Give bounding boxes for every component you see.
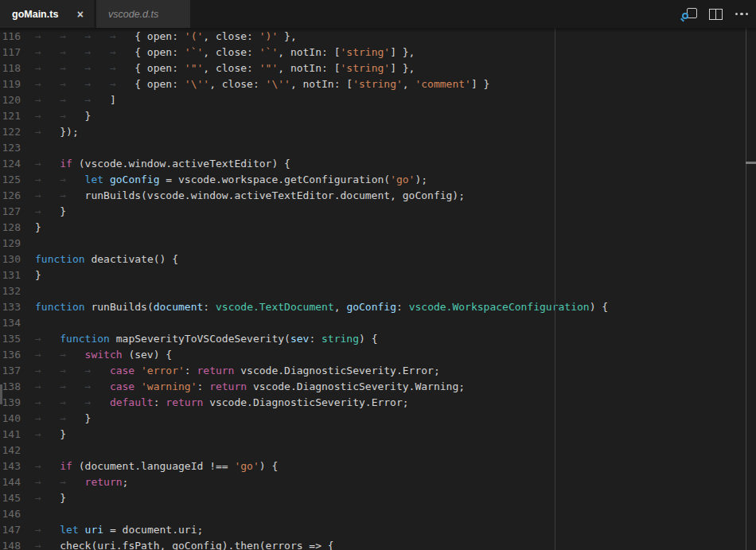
code-text: →→→]	[35, 92, 116, 108]
tab-whitespace-arrow-icon: →	[85, 363, 110, 379]
code-line[interactable]: 116→→→→{ open: '(', close: ')' },	[0, 29, 756, 45]
tab-whitespace-arrow-icon: →	[35, 458, 60, 474]
code-line[interactable]: 135→function mapSeverityToVSCodeSeverity…	[0, 331, 756, 347]
line-number[interactable]: 125	[0, 172, 35, 188]
code-line[interactable]: 129	[0, 236, 756, 252]
line-number[interactable]: 147	[0, 522, 35, 538]
tab-whitespace-arrow-icon: →	[60, 60, 84, 76]
tab-whitespace-arrow-icon: →	[35, 347, 60, 363]
code-line[interactable]: 125→→let goConfig = vscode.workspace.get…	[0, 172, 756, 188]
line-number[interactable]: 140	[0, 411, 35, 427]
code-text: →if (vscode.window.activeTextEditor) {	[35, 156, 290, 172]
tab-whitespace-arrow-icon: →	[35, 331, 60, 347]
line-number[interactable]: 126	[0, 188, 35, 204]
code-line[interactable]: 145→}	[0, 490, 756, 506]
code-area[interactable]: 116→→→→{ open: '(', close: ')' },117→→→→…	[0, 29, 756, 550]
line-number[interactable]: 123	[0, 140, 35, 156]
line-number[interactable]: 127	[0, 204, 35, 220]
line-number[interactable]: 120	[0, 92, 35, 108]
line-number[interactable]: 116	[0, 29, 35, 45]
tab-whitespace-arrow-icon: →	[110, 76, 134, 92]
line-number[interactable]: 146	[0, 506, 35, 522]
code-text: →→→case 'warning': return vscode.Diagnos…	[35, 379, 465, 395]
code-line[interactable]: 122→});	[0, 124, 756, 140]
code-text: →→runBuilds(vscode.window.activeTextEdit…	[35, 188, 465, 204]
tab-gomain-ts[interactable]: goMain.ts ×	[0, 0, 94, 28]
code-line[interactable]: 141→}	[0, 427, 756, 443]
line-number[interactable]: 119	[0, 76, 35, 92]
line-number[interactable]: 137	[0, 363, 35, 379]
code-line[interactable]: 130function deactivate() {	[0, 252, 756, 267]
tab-whitespace-arrow-icon: →	[60, 395, 84, 411]
line-number[interactable]: 134	[0, 315, 35, 331]
line-number[interactable]: 139	[0, 395, 35, 411]
preview-search-icon[interactable]	[680, 6, 698, 22]
code-line[interactable]: 126→→runBuilds(vscode.window.activeTextE…	[0, 188, 756, 204]
line-number[interactable]: 130	[0, 252, 35, 267]
scrollbar-track-edge[interactable]	[746, 28, 746, 550]
tab-whitespace-arrow-icon: →	[35, 29, 60, 45]
line-number[interactable]: 128	[0, 220, 35, 236]
tab-whitespace-arrow-icon: →	[35, 92, 60, 108]
code-text: →→→default: return vscode.DiagnosticSeve…	[35, 395, 409, 411]
code-line[interactable]: 138→→→case 'warning': return vscode.Diag…	[0, 379, 756, 395]
code-line[interactable]: 117→→→→{ open: '`', close: '`', notIn: […	[0, 45, 756, 60]
line-number[interactable]: 144	[0, 474, 35, 490]
tab-vscode-d-ts[interactable]: vscode.d.ts	[96, 0, 190, 28]
tab-whitespace-arrow-icon: →	[35, 522, 60, 538]
tab-whitespace-arrow-icon: →	[60, 347, 84, 363]
code-line[interactable]: 140→→}	[0, 411, 756, 427]
line-number[interactable]: 117	[0, 45, 35, 60]
line-number[interactable]: 136	[0, 347, 35, 363]
line-number[interactable]: 129	[0, 236, 35, 252]
line-number[interactable]: 132	[0, 283, 35, 299]
line-number[interactable]: 124	[0, 156, 35, 172]
line-number[interactable]: 122	[0, 124, 35, 140]
code-line[interactable]: 118→→→→{ open: '"', close: '"', notIn: […	[0, 60, 756, 76]
code-text: →let uri = document.uri;	[35, 522, 203, 538]
code-text: →function mapSeverityToVSCodeSeverity(se…	[35, 331, 378, 347]
line-number[interactable]: 138	[0, 379, 35, 395]
line-number[interactable]: 148	[0, 538, 35, 550]
code-line[interactable]: 131}	[0, 267, 756, 283]
tab-whitespace-arrow-icon: →	[60, 379, 84, 395]
code-line[interactable]: 123	[0, 140, 756, 156]
tab-whitespace-arrow-icon: →	[85, 45, 110, 60]
code-line[interactable]: 133function runBuilds(document: vscode.T…	[0, 299, 756, 315]
more-actions-icon[interactable]	[734, 10, 750, 19]
code-line[interactable]: 124→if (vscode.window.activeTextEditor) …	[0, 156, 756, 172]
code-line[interactable]: 147→let uri = document.uri;	[0, 522, 756, 538]
code-line[interactable]: 121→→}	[0, 108, 756, 124]
line-number[interactable]: 118	[0, 60, 35, 76]
code-line[interactable]: 134	[0, 315, 756, 331]
line-number[interactable]: 142	[0, 443, 35, 458]
code-line[interactable]: 148→check(uri.fsPath, goConfig).then(err…	[0, 538, 756, 550]
code-editor[interactable]: 116→→→→{ open: '(', close: ')' },117→→→→…	[0, 28, 756, 550]
code-line[interactable]: 139→→→default: return vscode.DiagnosticS…	[0, 395, 756, 411]
code-line[interactable]: 143→if (document.languageId !== 'go') {	[0, 458, 756, 474]
code-line[interactable]: 136→→switch (sev) {	[0, 347, 756, 363]
code-line[interactable]: 128}	[0, 220, 756, 236]
code-line[interactable]: 120→→→]	[0, 92, 756, 108]
code-line[interactable]: 146	[0, 506, 756, 522]
line-number[interactable]: 131	[0, 267, 35, 283]
split-editor-icon[interactable]	[709, 9, 723, 20]
line-number[interactable]: 143	[0, 458, 35, 474]
line-number[interactable]: 145	[0, 490, 35, 506]
line-number[interactable]: 135	[0, 331, 35, 347]
code-line[interactable]: 119→→→→{ open: '\'', close: '\'', notIn:…	[0, 76, 756, 92]
code-text: →→switch (sev) {	[35, 347, 172, 363]
code-line[interactable]: 132	[0, 283, 756, 299]
code-line[interactable]: 137→→→case 'error': return vscode.Diagno…	[0, 363, 756, 379]
tab-whitespace-arrow-icon: →	[110, 45, 134, 60]
line-number[interactable]: 121	[0, 108, 35, 124]
code-line[interactable]: 127→}	[0, 204, 756, 220]
line-number[interactable]: 141	[0, 427, 35, 443]
code-line[interactable]: 144→→return;	[0, 474, 756, 490]
code-line[interactable]: 142	[0, 443, 756, 458]
tab-whitespace-arrow-icon: →	[60, 411, 84, 427]
line-number[interactable]: 133	[0, 299, 35, 315]
tab-whitespace-arrow-icon: →	[85, 92, 110, 108]
tab-whitespace-arrow-icon: →	[35, 427, 60, 443]
close-icon[interactable]: ×	[75, 7, 86, 21]
